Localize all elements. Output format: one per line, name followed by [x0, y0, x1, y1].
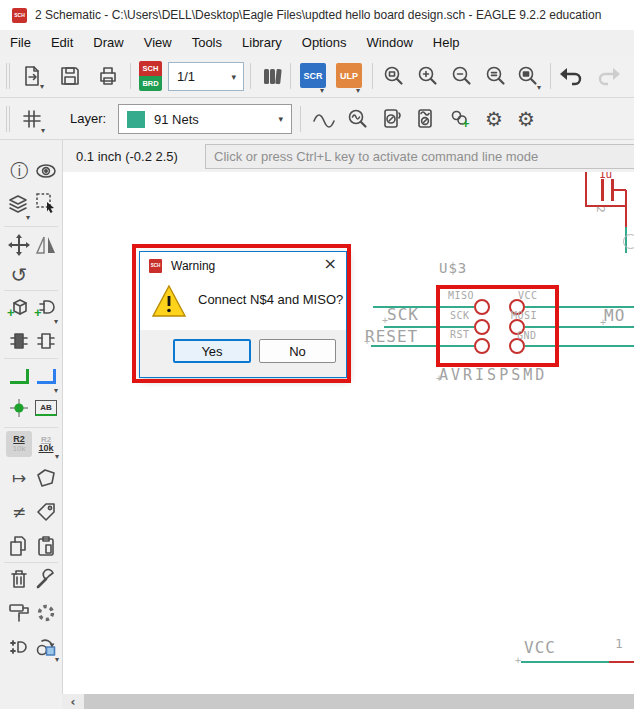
- chevron-left-icon: ‹: [71, 695, 76, 709]
- ulp-button[interactable]: ULP: [336, 63, 362, 88]
- tag-icon: [34, 500, 58, 524]
- polygon-tool[interactable]: [33, 465, 59, 491]
- attribute-tool[interactable]: [33, 499, 59, 525]
- replace-tool[interactable]: ▾: [33, 634, 59, 660]
- close-icon[interactable]: ×: [324, 254, 337, 273]
- pin-sck[interactable]: [474, 319, 490, 335]
- library-button[interactable]: [258, 62, 286, 90]
- status-bar: 0.1 inch (-0.2 2.5): [62, 140, 634, 172]
- name-tool-icon: R2 10k: [13, 435, 26, 453]
- add-gate-tool[interactable]: + ▾: [33, 294, 59, 320]
- invoke-tool[interactable]: [6, 634, 32, 660]
- pin-miso[interactable]: [474, 299, 490, 315]
- wire[interactable]: [625, 190, 627, 228]
- label-tool[interactable]: AB: [33, 395, 59, 421]
- value-tool[interactable]: R2 10k ▾: [33, 431, 59, 457]
- simulator-setup-button[interactable]: ⚙: [512, 105, 540, 133]
- undo-button[interactable]: [558, 62, 586, 90]
- net-label-sck[interactable]: SCK: [387, 305, 419, 324]
- menu-bar: File Edit Draw View Tools Library Option…: [0, 30, 634, 55]
- name-tool[interactable]: R2 10k: [6, 431, 32, 457]
- move-tool[interactable]: [6, 232, 32, 258]
- redo-button[interactable]: [594, 62, 622, 90]
- scr-button[interactable]: SCR: [300, 63, 326, 88]
- split-tool[interactable]: ≠: [6, 499, 32, 525]
- sch-badge: SCH: [139, 61, 162, 76]
- split-icon: ≠: [12, 502, 26, 522]
- oscilloscope-button[interactable]: [412, 105, 440, 133]
- zoom-redraw-button[interactable]: ▾: [514, 62, 542, 90]
- menu-view[interactable]: View: [134, 30, 182, 55]
- delete-tool[interactable]: [6, 566, 32, 592]
- port-tool[interactable]: ↦: [6, 465, 32, 491]
- app-sch-icon: SCH: [12, 8, 27, 23]
- smash-tool[interactable]: [6, 600, 32, 626]
- net-tool[interactable]: [6, 363, 32, 389]
- zoom-fit-button[interactable]: [380, 62, 408, 90]
- component-value-label[interactable]: AVRISPSMD: [439, 366, 547, 384]
- menu-draw[interactable]: Draw: [83, 30, 133, 55]
- copy-tool[interactable]: [6, 533, 32, 559]
- net-label-vcc[interactable]: VCC: [524, 638, 556, 657]
- paste-tool[interactable]: [33, 533, 59, 559]
- probe-button[interactable]: [344, 105, 372, 133]
- port-circle[interactable]: [623, 234, 634, 249]
- net-label-mosi-partial[interactable]: MO: [604, 306, 625, 325]
- new-document-button[interactable]: ▾: [18, 62, 46, 90]
- pinswap-tool[interactable]: [6, 328, 32, 354]
- print-button[interactable]: [94, 62, 122, 90]
- junction-tool[interactable]: [6, 395, 32, 421]
- save-button[interactable]: [56, 62, 84, 90]
- group-tool[interactable]: [33, 190, 59, 216]
- capacitor-plate[interactable]: [601, 179, 604, 201]
- dialog-title-bar[interactable]: SCH Warning ×: [140, 252, 346, 279]
- no-button[interactable]: No: [259, 339, 336, 363]
- menu-window[interactable]: Window: [357, 30, 423, 55]
- net-wire-vcc-bottom[interactable]: [521, 661, 610, 663]
- gateswap-tool[interactable]: [33, 328, 59, 354]
- sheet-selector-dropdown[interactable]: 1/1 ▾: [168, 62, 244, 91]
- zoom-out-button[interactable]: [448, 62, 476, 90]
- horizontal-scrollbar[interactable]: ‹: [62, 694, 634, 709]
- menu-edit[interactable]: Edit: [41, 30, 83, 55]
- rotate-tool[interactable]: ↺: [6, 262, 32, 288]
- tool-separator: [4, 358, 58, 359]
- grid-button[interactable]: ▾: [18, 105, 46, 133]
- show-tool[interactable]: [33, 158, 59, 184]
- menu-options[interactable]: Options: [292, 30, 357, 55]
- menu-tools[interactable]: Tools: [182, 30, 232, 55]
- net-wire-gnd[interactable]: [525, 345, 634, 347]
- simulate-button[interactable]: [310, 105, 338, 133]
- menu-library[interactable]: Library: [232, 30, 292, 55]
- bus-tool[interactable]: ▾: [33, 363, 59, 389]
- mirror-tool[interactable]: [33, 232, 59, 258]
- net-wire-mosi[interactable]: [525, 326, 634, 328]
- zoom-in-button[interactable]: [414, 62, 442, 90]
- tool-separator: [4, 562, 58, 563]
- info-tool[interactable]: ⓘ: [6, 158, 32, 184]
- mirror-icon: [34, 233, 58, 257]
- wire[interactable]: [585, 172, 587, 206]
- wire[interactable]: [609, 661, 634, 663]
- add-part-tool[interactable]: +: [6, 294, 32, 320]
- net-label-reset[interactable]: RESET: [365, 327, 418, 346]
- paint-roller-icon: [7, 601, 31, 625]
- dropdown-arrow-icon: ▾: [278, 114, 283, 124]
- scroll-left-button[interactable]: ‹: [62, 694, 84, 709]
- component-refdes[interactable]: U$3: [439, 260, 467, 276]
- display-layers-tool[interactable]: ▾: [6, 190, 32, 216]
- multimeter-button[interactable]: [378, 105, 406, 133]
- layer-dropdown[interactable]: 91 Nets ▾: [118, 104, 292, 134]
- miter-tool[interactable]: [33, 600, 59, 626]
- sch-brd-toggle-button[interactable]: SCH BRD: [139, 61, 162, 91]
- menu-file[interactable]: File: [0, 30, 41, 55]
- pin-rst[interactable]: [474, 338, 490, 354]
- command-line-input[interactable]: [205, 144, 634, 169]
- change-tool[interactable]: [33, 566, 59, 592]
- zoom-select-button[interactable]: [482, 62, 510, 90]
- simulation-settings-button[interactable]: ⚙: [480, 105, 508, 133]
- menu-help[interactable]: Help: [423, 30, 470, 55]
- yes-button[interactable]: Yes: [173, 339, 251, 363]
- add-simulation-link-button[interactable]: +: [446, 105, 474, 133]
- scrollbar-thumb[interactable]: [84, 694, 634, 709]
